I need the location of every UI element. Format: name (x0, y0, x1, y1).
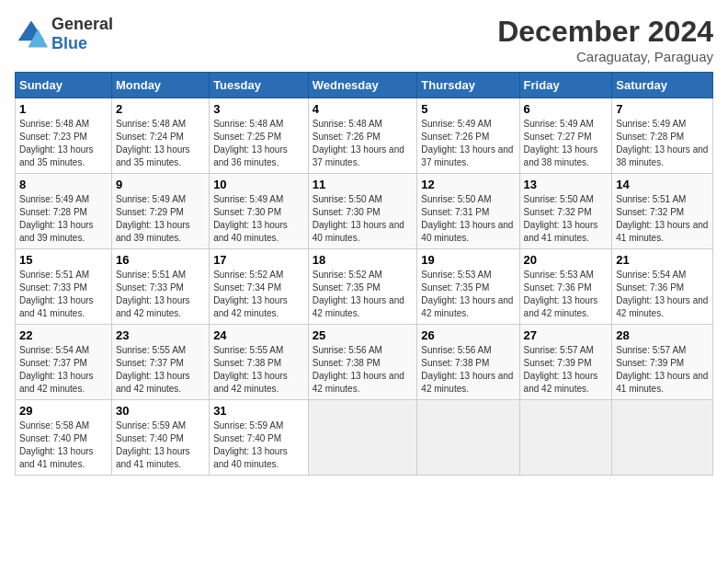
day-info: Sunrise: 5:51 AMSunset: 7:33 PMDaylight:… (116, 270, 190, 318)
day-number: 17 (213, 253, 304, 267)
calendar-day-cell: 5 Sunrise: 5:49 AMSunset: 7:26 PMDayligh… (417, 98, 519, 174)
day-info: Sunrise: 5:50 AMSunset: 7:30 PMDaylight:… (313, 194, 404, 243)
calendar-day-cell: 30 Sunrise: 5:59 AMSunset: 7:40 PMDaylig… (111, 400, 209, 476)
day-info: Sunrise: 5:49 AMSunset: 7:27 PMDaylight:… (524, 119, 598, 167)
calendar-week-row: 8 Sunrise: 5:49 AMSunset: 7:28 PMDayligh… (16, 174, 713, 249)
day-info: Sunrise: 5:55 AMSunset: 7:38 PMDaylight:… (213, 345, 288, 394)
month-title: December 2024 (497, 15, 713, 49)
day-number: 23 (116, 328, 205, 342)
day-info: Sunrise: 5:51 AMSunset: 7:32 PMDaylight:… (616, 194, 708, 243)
logo-icon (15, 17, 48, 51)
day-number: 9 (116, 178, 205, 191)
calendar-day-cell: 16 Sunrise: 5:51 AMSunset: 7:33 PMDaylig… (111, 249, 209, 325)
day-info: Sunrise: 5:56 AMSunset: 7:38 PMDaylight:… (421, 345, 513, 394)
day-info: Sunrise: 5:49 AMSunset: 7:28 PMDaylight:… (19, 194, 94, 243)
calendar-day-cell: 20 Sunrise: 5:53 AMSunset: 7:36 PMDaylig… (519, 249, 612, 325)
day-number: 29 (19, 404, 108, 418)
day-info: Sunrise: 5:48 AMSunset: 7:23 PMDaylight:… (19, 119, 94, 167)
day-info: Sunrise: 5:48 AMSunset: 7:26 PMDaylight:… (313, 119, 404, 167)
day-number: 19 (421, 253, 515, 267)
calendar-day-cell: 11 Sunrise: 5:50 AMSunset: 7:30 PMDaylig… (308, 174, 417, 249)
calendar-day-cell: 25 Sunrise: 5:56 AMSunset: 7:38 PMDaylig… (308, 325, 417, 400)
day-info: Sunrise: 5:53 AMSunset: 7:35 PMDaylight:… (421, 270, 513, 318)
day-number: 28 (616, 328, 709, 342)
day-of-week-header: Saturday (612, 73, 713, 98)
calendar-week-row: 1 Sunrise: 5:48 AMSunset: 7:23 PMDayligh… (16, 98, 713, 174)
calendar-day-cell: 6 Sunrise: 5:49 AMSunset: 7:27 PMDayligh… (519, 98, 612, 174)
calendar-day-cell: 31 Sunrise: 5:59 AMSunset: 7:40 PMDaylig… (210, 400, 309, 476)
header: General Blue December 2024 Caraguatay, P… (15, 15, 713, 64)
day-number: 1 (19, 102, 108, 116)
day-info: Sunrise: 5:57 AMSunset: 7:39 PMDaylight:… (524, 345, 598, 394)
calendar-day-cell: 14 Sunrise: 5:51 AMSunset: 7:32 PMDaylig… (612, 174, 713, 249)
calendar-day-cell: 7 Sunrise: 5:49 AMSunset: 7:28 PMDayligh… (612, 98, 713, 174)
day-number: 11 (313, 178, 414, 191)
day-info: Sunrise: 5:52 AMSunset: 7:35 PMDaylight:… (313, 270, 404, 318)
day-number: 3 (213, 102, 304, 116)
day-number: 21 (616, 253, 709, 267)
day-info: Sunrise: 5:49 AMSunset: 7:28 PMDaylight:… (616, 119, 708, 167)
calendar-day-cell: 10 Sunrise: 5:49 AMSunset: 7:30 PMDaylig… (210, 174, 309, 249)
calendar-day-cell: 19 Sunrise: 5:53 AMSunset: 7:35 PMDaylig… (417, 249, 519, 325)
day-number: 16 (116, 253, 205, 267)
location-subtitle: Caraguatay, Paraguay (497, 49, 713, 64)
day-number: 24 (213, 328, 304, 342)
calendar-day-cell: 26 Sunrise: 5:56 AMSunset: 7:38 PMDaylig… (417, 325, 519, 400)
day-number: 25 (313, 328, 414, 342)
day-info: Sunrise: 5:50 AMSunset: 7:31 PMDaylight:… (421, 194, 513, 243)
day-number: 20 (524, 253, 609, 267)
calendar-day-cell: 13 Sunrise: 5:50 AMSunset: 7:32 PMDaylig… (519, 174, 612, 249)
day-number: 10 (213, 178, 304, 191)
day-of-week-header: Thursday (417, 73, 519, 98)
day-of-week-header: Wednesday (308, 73, 417, 98)
day-of-week-header: Sunday (16, 73, 112, 98)
calendar-header: SundayMondayTuesdayWednesdayThursdayFrid… (16, 73, 713, 98)
calendar-day-cell: 23 Sunrise: 5:55 AMSunset: 7:37 PMDaylig… (111, 325, 209, 400)
day-info: Sunrise: 5:48 AMSunset: 7:25 PMDaylight:… (213, 119, 288, 167)
calendar-day-cell: 29 Sunrise: 5:58 AMSunset: 7:40 PMDaylig… (16, 400, 112, 476)
calendar-day-cell: 12 Sunrise: 5:50 AMSunset: 7:31 PMDaylig… (417, 174, 519, 249)
calendar-day-cell: 2 Sunrise: 5:48 AMSunset: 7:24 PMDayligh… (111, 98, 209, 174)
calendar-day-cell: 17 Sunrise: 5:52 AMSunset: 7:34 PMDaylig… (210, 249, 309, 325)
day-number: 31 (213, 404, 304, 418)
calendar-day-cell (417, 400, 519, 476)
day-number: 27 (524, 328, 609, 342)
day-info: Sunrise: 5:54 AMSunset: 7:37 PMDaylight:… (19, 345, 94, 394)
day-info: Sunrise: 5:48 AMSunset: 7:24 PMDaylight:… (116, 119, 190, 167)
day-info: Sunrise: 5:57 AMSunset: 7:39 PMDaylight:… (616, 345, 708, 394)
day-info: Sunrise: 5:56 AMSunset: 7:38 PMDaylight:… (313, 345, 404, 394)
day-number: 18 (313, 253, 414, 267)
day-number: 2 (116, 102, 205, 116)
days-of-week-row: SundayMondayTuesdayWednesdayThursdayFrid… (16, 73, 713, 98)
day-number: 7 (616, 102, 709, 116)
calendar-week-row: 22 Sunrise: 5:54 AMSunset: 7:37 PMDaylig… (16, 325, 713, 400)
day-info: Sunrise: 5:54 AMSunset: 7:36 PMDaylight:… (616, 270, 708, 318)
logo: General Blue (15, 15, 113, 53)
day-info: Sunrise: 5:52 AMSunset: 7:34 PMDaylight:… (213, 270, 288, 318)
calendar-day-cell: 21 Sunrise: 5:54 AMSunset: 7:36 PMDaylig… (612, 249, 713, 325)
day-info: Sunrise: 5:55 AMSunset: 7:37 PMDaylight:… (116, 345, 190, 394)
calendar-day-cell: 27 Sunrise: 5:57 AMSunset: 7:39 PMDaylig… (519, 325, 612, 400)
calendar-day-cell: 9 Sunrise: 5:49 AMSunset: 7:29 PMDayligh… (111, 174, 209, 249)
day-number: 15 (19, 253, 108, 267)
title-area: December 2024 Caraguatay, Paraguay (497, 15, 713, 64)
logo-general-text: General (51, 15, 113, 33)
calendar-day-cell: 22 Sunrise: 5:54 AMSunset: 7:37 PMDaylig… (16, 325, 112, 400)
calendar-table: SundayMondayTuesdayWednesdayThursdayFrid… (15, 72, 713, 476)
day-info: Sunrise: 5:53 AMSunset: 7:36 PMDaylight:… (524, 270, 598, 318)
day-number: 8 (19, 178, 108, 191)
day-info: Sunrise: 5:49 AMSunset: 7:29 PMDaylight:… (116, 194, 190, 243)
calendar-week-row: 29 Sunrise: 5:58 AMSunset: 7:40 PMDaylig… (16, 400, 713, 476)
day-info: Sunrise: 5:49 AMSunset: 7:30 PMDaylight:… (213, 194, 288, 243)
calendar-day-cell: 18 Sunrise: 5:52 AMSunset: 7:35 PMDaylig… (308, 249, 417, 325)
day-info: Sunrise: 5:59 AMSunset: 7:40 PMDaylight:… (116, 420, 190, 469)
calendar-day-cell: 1 Sunrise: 5:48 AMSunset: 7:23 PMDayligh… (16, 98, 112, 174)
calendar-day-cell (308, 400, 417, 476)
logo-blue-text: Blue (51, 34, 87, 52)
day-info: Sunrise: 5:49 AMSunset: 7:26 PMDaylight:… (421, 119, 513, 167)
day-info: Sunrise: 5:58 AMSunset: 7:40 PMDaylight:… (19, 420, 94, 469)
day-number: 26 (421, 328, 515, 342)
calendar-day-cell (519, 400, 612, 476)
calendar-day-cell: 4 Sunrise: 5:48 AMSunset: 7:26 PMDayligh… (308, 98, 417, 174)
calendar-day-cell: 24 Sunrise: 5:55 AMSunset: 7:38 PMDaylig… (210, 325, 309, 400)
